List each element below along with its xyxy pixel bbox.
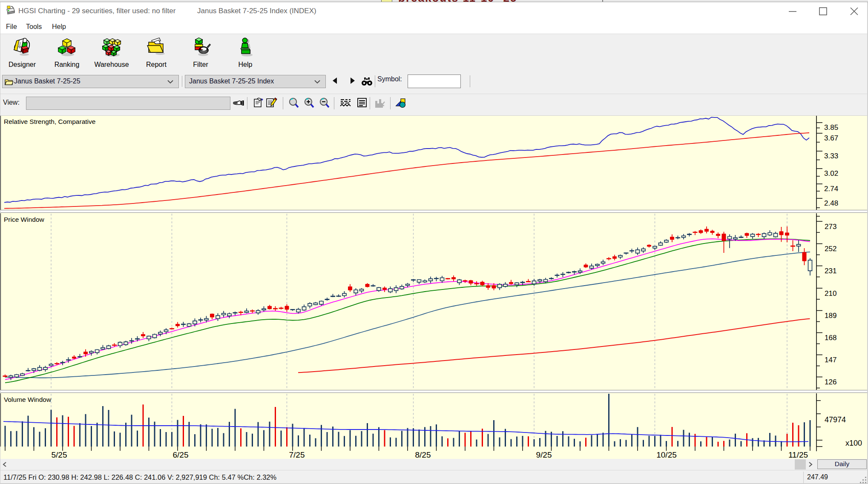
svg-text:231: 231: [825, 267, 836, 275]
svg-text:3.02: 3.02: [824, 169, 838, 178]
svg-text:Price Window: Price Window: [4, 216, 45, 223]
svg-text:x100: x100: [845, 439, 862, 447]
svg-text:3.33: 3.33: [824, 152, 838, 160]
svg-text:126: 126: [825, 378, 836, 386]
svg-text:2.48: 2.48: [824, 199, 838, 207]
svg-text:3.85: 3.85: [824, 123, 838, 132]
svg-text:6/25: 6/25: [173, 450, 189, 459]
svg-text:3.67: 3.67: [824, 134, 838, 142]
svg-text:Relative Strength, Comparative: Relative Strength, Comparative: [4, 118, 95, 125]
svg-text:252: 252: [825, 245, 836, 253]
svg-text:189: 189: [825, 312, 836, 320]
svg-text:5/25: 5/25: [52, 450, 67, 459]
svg-text:Volume Window: Volume Window: [4, 396, 52, 403]
svg-text:7/25: 7/25: [289, 450, 305, 459]
svg-text:210: 210: [825, 289, 836, 298]
svg-text:2.74: 2.74: [824, 185, 838, 193]
svg-text:147: 147: [825, 356, 836, 364]
svg-text:273: 273: [825, 223, 836, 231]
svg-text:9/25: 9/25: [536, 450, 552, 459]
svg-text:11/25: 11/25: [788, 450, 808, 459]
svg-text:168: 168: [825, 334, 836, 342]
svg-text:8/25: 8/25: [415, 450, 431, 459]
svg-text:47974: 47974: [825, 415, 846, 424]
svg-text:10/25: 10/25: [656, 450, 677, 459]
